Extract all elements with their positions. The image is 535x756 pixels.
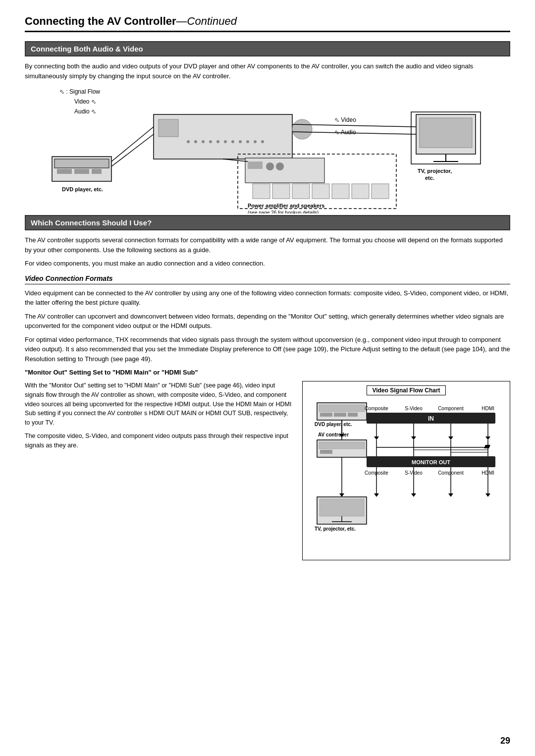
title-text: Connecting the AV Controller [25,15,176,27]
svg-rect-54 [334,413,346,417]
svg-text:DVD player, etc.: DVD player, etc. [62,186,103,192]
svg-rect-53 [320,413,332,417]
svg-text:Component: Component [438,406,464,411]
svg-marker-92 [374,493,379,497]
svg-text:⬁ Video: ⬁ Video [334,116,356,123]
svg-rect-5 [57,169,72,174]
svg-rect-4 [54,159,109,168]
section2-header: Which Connections Should I Use? [25,215,510,230]
svg-rect-46 [352,184,369,199]
section1-header: Connecting Both Audio & Video [25,41,510,56]
svg-point-19 [239,140,242,143]
svg-marker-66 [374,436,379,440]
monitor-out-body1: With the "Monitor Out" setting set to "H… [25,381,292,428]
section2-body3: Video equipment can be connected to the … [25,288,510,308]
monitor-out-body2: The composite video, S-Video, and compon… [25,432,292,450]
svg-text:IN: IN [428,415,434,422]
svg-point-11 [292,119,312,139]
svg-point-17 [224,140,227,143]
svg-text:TV, projector,: TV, projector, [418,168,452,174]
flow-chart-box: Video Signal Flow Chart DVD player, etc.… [302,381,510,560]
svg-rect-38 [248,162,263,169]
svg-point-13 [194,140,197,143]
section2-body4: The AV controller can upconvert and down… [25,312,510,331]
svg-point-14 [202,140,205,143]
svg-text:(see page 26 for hookup detail: (see page 26 for hookup details) [248,210,319,214]
svg-marker-94 [411,493,416,497]
svg-text:Video ⬁: Video ⬁ [74,98,96,105]
section2-body5: For optimal video performance, THX recom… [25,335,510,364]
svg-point-39 [266,162,274,170]
svg-text:etc.: etc. [425,175,434,181]
svg-marker-68 [411,436,416,440]
svg-point-22 [261,140,264,143]
flow-chart-container: Video Signal Flow Chart DVD player, etc.… [302,381,510,560]
svg-rect-41 [253,184,270,199]
svg-rect-45 [332,184,349,199]
flow-chart-title: Video Signal Flow Chart [367,385,445,395]
svg-point-18 [231,140,234,143]
svg-text:⬁ Audio: ⬁ Audio [334,129,356,136]
svg-text:⬁ : Signal Flow: ⬁ : Signal Flow [59,88,100,95]
svg-text:Audio ⬁: Audio ⬁ [74,108,96,115]
svg-rect-26 [420,118,472,148]
svg-marker-84 [484,445,490,448]
svg-text:AV controller: AV controller [318,432,349,437]
svg-text:S-Video: S-Video [405,406,423,411]
svg-rect-42 [272,184,290,199]
section2-body1: The AV controller supports several conne… [25,235,510,255]
section2: Which Connections Should I Use? The AV c… [25,215,510,560]
svg-rect-6 [74,169,89,174]
svg-rect-74 [319,442,365,449]
page-number: 29 [500,736,510,746]
main-title: Connecting the AV Controller—Continued [25,15,510,32]
svg-point-21 [254,140,257,143]
svg-point-12 [187,140,190,143]
monitor-out-section: With the "Monitor Out" setting set to "H… [25,381,510,560]
svg-point-16 [216,140,219,143]
svg-text:MONITOR OUT: MONITOR OUT [412,459,450,465]
svg-text:HDMI: HDMI [482,406,494,411]
svg-rect-47 [372,184,389,199]
svg-marker-72 [485,436,490,440]
svg-rect-10 [159,119,178,137]
svg-marker-98 [485,493,490,497]
monitor-out-text: With the "Monitor Out" setting set to "H… [25,381,292,560]
svg-text:Power amplifier and speakers: Power amplifier and speakers [248,203,324,209]
video-connection-heading: Video Connection Formats [25,274,510,284]
monitor-out-heading: "Monitor Out" Setting Set to "HDMI Main"… [25,369,510,376]
svg-line-33 [111,134,154,166]
svg-marker-70 [448,436,453,440]
section1-body: By connecting both the audio and video o… [25,61,510,81]
svg-point-40 [276,162,284,170]
svg-rect-7 [92,169,102,174]
flow-chart-svg: DVD player, etc. Composite S-Video Compo… [310,398,503,551]
svg-text:Composite: Composite [365,406,388,411]
section1: Connecting Both Audio & Video By connect… [25,41,510,215]
av-connection-diagram: ⬁ : Signal Flow Video ⬁ Audio ⬁ DVD play… [25,85,510,215]
svg-text:DVD player, etc.: DVD player, etc. [315,422,352,427]
svg-rect-44 [312,184,329,199]
svg-rect-103 [320,499,364,516]
svg-marker-101 [339,493,344,497]
title-continued: —Continued [176,15,237,27]
svg-rect-55 [348,413,358,417]
svg-line-32 [111,127,154,162]
svg-rect-75 [320,450,332,454]
section2-body2: For video components, you must make an a… [25,259,510,269]
svg-marker-96 [448,493,453,497]
svg-rect-43 [292,184,310,199]
svg-rect-52 [319,405,365,412]
svg-point-15 [209,140,212,143]
svg-point-20 [246,140,249,143]
svg-text:TV, projector, etc.: TV, projector, etc. [315,526,356,532]
